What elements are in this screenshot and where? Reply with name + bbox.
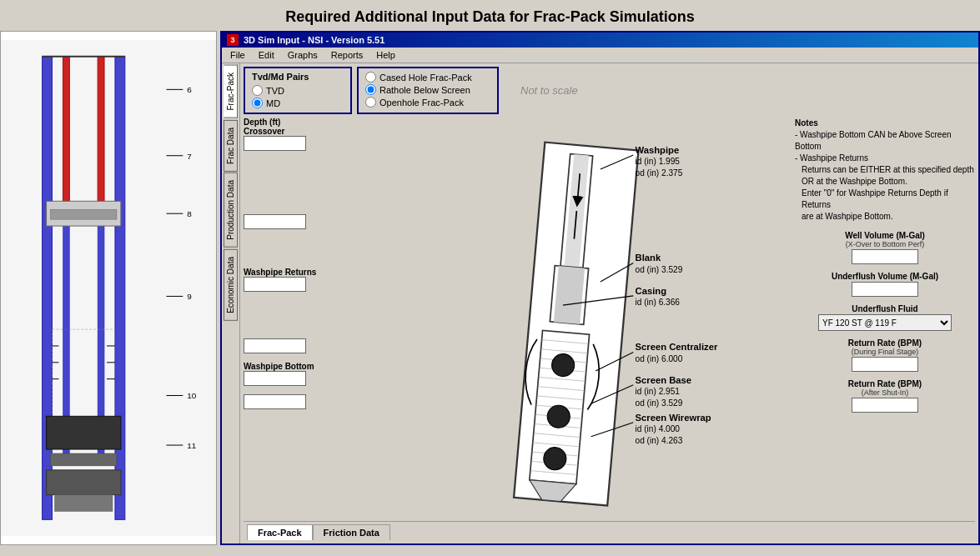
app-icon: 3 (227, 34, 239, 46)
svg-text:id (in)  1.995: id (in) 1.995 (636, 157, 681, 166)
svg-line-37 (577, 173, 580, 202)
svg-line-48 (537, 396, 584, 400)
menu-help[interactable]: Help (373, 49, 399, 61)
cased-hole-option[interactable]: Cased Hole Frac-Pack (365, 72, 490, 83)
depth-third-group: 5802.0 (244, 338, 344, 353)
rathole-option[interactable]: Rathole Below Screen (365, 84, 490, 95)
tvd-radio[interactable] (252, 85, 263, 96)
svg-rect-31 (55, 495, 113, 512)
return-rate-2-input[interactable]: 0.000 (852, 398, 918, 413)
menubar: File Edit Graphs Reports Help (222, 48, 978, 63)
svg-line-52 (534, 433, 580, 438)
depth-second-input[interactable]: 5640.0 (244, 214, 306, 229)
menu-edit[interactable]: Edit (255, 49, 278, 61)
washpipe-bottom-input[interactable]: 5802.5 (244, 371, 306, 386)
rathole-radio[interactable] (365, 84, 376, 95)
bottom-tab-bar: Frac-Pack Friction Data (244, 521, 975, 540)
md-label: MD (266, 98, 280, 108)
svg-line-46 (539, 377, 585, 381)
menu-file[interactable]: File (227, 49, 249, 61)
well-volume-input[interactable]: 0.2 (852, 249, 918, 264)
svg-text:10: 10 (187, 391, 197, 400)
depth-third-input[interactable]: 5802.0 (244, 338, 306, 353)
well-schematic-panel: 6 7 8 9 10 11 (0, 31, 217, 545)
depth-crossover-group: Depth (ft)Crossover 5573.0 (244, 118, 344, 151)
return-rate-2-sublabel: (After Shut-In) (795, 388, 975, 397)
tab-friction[interactable]: Friction Data (313, 524, 390, 540)
svg-rect-21 (51, 209, 117, 219)
svg-rect-35 (560, 154, 593, 268)
return-rate-1-sublabel: (During Final Stage) (795, 348, 975, 356)
svg-text:8: 8 (187, 209, 192, 218)
depth-fourth-input[interactable]: 5803.0 (244, 394, 306, 409)
svg-rect-34 (514, 143, 638, 506)
return-rate-1-input[interactable]: 0.000 (852, 357, 918, 372)
menu-graphs[interactable]: Graphs (284, 49, 321, 61)
rathole-label: Rathole Below Screen (379, 85, 470, 95)
well-volume-group: Well Volume (M-Gal) (X-Over to Bottom Pe… (795, 231, 975, 265)
svg-line-66 (601, 263, 633, 282)
md-radio[interactable] (252, 98, 263, 108)
menu-reports[interactable]: Reports (328, 49, 367, 61)
vtab-fracdata[interactable]: Frac Data (224, 120, 238, 172)
svg-text:6: 6 (187, 85, 192, 94)
tab-fracpack[interactable]: Frac-Pack (247, 524, 313, 540)
page-title: Required Additional Input Data for Frac-… (0, 0, 980, 31)
app-titlebar: 3 3D Sim Input - NSI - Version 5.51 (222, 33, 978, 48)
tvd-option[interactable]: TVD (252, 85, 344, 96)
note-line-1: - Washpipe Bottom CAN be Above Screen Bo… (795, 129, 975, 153)
right-form: Notes - Washpipe Bottom CAN be Above Scr… (792, 118, 975, 521)
openhole-option[interactable]: Openhole Frac-Pack (365, 97, 490, 108)
app-content: Frac-Pack Frac Data Production Data Econ… (222, 63, 978, 543)
svg-point-60 (543, 447, 567, 471)
svg-text:od (in)  3.529: od (in) 3.529 (636, 398, 683, 408)
underflush-fluid-select[interactable]: YF 120 ST @ 119 F (818, 314, 952, 331)
svg-line-38 (574, 211, 576, 239)
md-option[interactable]: MD (252, 98, 344, 108)
underflush-fluid-label: Underflush Fluid (795, 304, 975, 313)
svg-line-42 (542, 340, 589, 344)
washpipe-returns-input[interactable]: 0.0 (244, 277, 306, 292)
tvd-label: TVD (266, 86, 284, 96)
vtab-economic[interactable]: Economic Data (224, 249, 238, 321)
svg-line-49 (536, 405, 583, 409)
svg-line-45 (540, 368, 586, 372)
return-rate-1-label: Return Rate (BPM) (795, 338, 975, 348)
vtab-fracpack[interactable]: Frac-Pack (224, 65, 238, 118)
svg-rect-16 (98, 57, 104, 222)
svg-line-79 (591, 423, 634, 437)
svg-text:Screen Centralizer: Screen Centralizer (636, 342, 718, 352)
cased-hole-radio[interactable] (365, 72, 376, 83)
underflush-volume-input[interactable]: 0.20 (852, 282, 918, 297)
notes-title: Notes (795, 118, 975, 129)
underflush-fluid-group: Underflush Fluid YF 120 ST @ 119 F (795, 304, 975, 332)
depth-crossover-input[interactable]: 5573.0 (244, 136, 306, 151)
svg-text:Casing: Casing (636, 286, 667, 296)
underflush-volume-label: Underflush Volume (M-Gal) (795, 272, 975, 281)
app-title: 3D Sim Input - NSI - Version 5.51 (244, 35, 384, 45)
app-window: 3 3D Sim Input - NSI - Version 5.51 File… (220, 31, 980, 545)
svg-text:id (in)  2.951: id (in) 2.951 (636, 387, 681, 396)
vtab-production[interactable]: Production Data (224, 173, 238, 248)
svg-line-57 (530, 480, 576, 484)
svg-rect-30 (47, 470, 121, 495)
svg-text:od (in)  3.529: od (in) 3.529 (636, 265, 683, 274)
svg-text:id (in)  4.000: id (in) 4.000 (636, 424, 681, 433)
return-rate-2-label: Return Rate (BPM) (795, 379, 975, 388)
svg-text:Blank: Blank (636, 253, 661, 263)
svg-point-58 (551, 353, 575, 377)
depth-second-group: 5640.0 (244, 214, 344, 229)
svg-rect-29 (51, 453, 117, 466)
fracpack-options-panel: Cased Hole Frac-Pack Rathole Below Scree… (357, 67, 499, 114)
svg-line-56 (530, 471, 577, 475)
left-form: Depth (ft)Crossover 5573.0 5640.0 Washpi… (244, 118, 344, 521)
svg-text:Washpipe: Washpipe (636, 145, 680, 155)
note-line-6: are at Washpipe Bottom. (795, 211, 975, 223)
openhole-radio[interactable] (365, 97, 376, 108)
svg-point-59 (546, 404, 570, 428)
svg-rect-14 (115, 57, 125, 520)
washpipe-bottom-group: Washpipe Bottom 5802.5 (244, 362, 344, 386)
svg-rect-39 (550, 266, 588, 325)
svg-line-50 (535, 414, 582, 418)
tvdmd-title: Tvd/Md Pairs (252, 72, 344, 82)
